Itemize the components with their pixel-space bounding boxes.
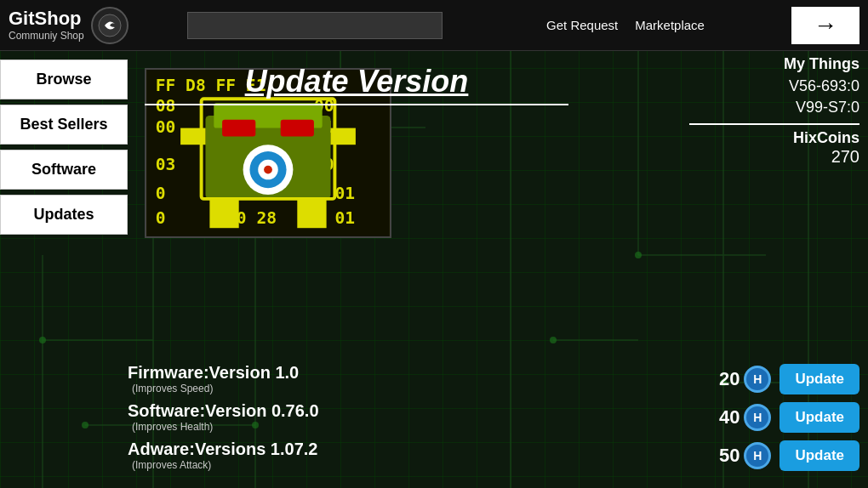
thing-v56: V56-693:0 xyxy=(689,77,859,95)
logo-text: GitShop Communiy Shop xyxy=(9,9,84,41)
search-area xyxy=(187,12,443,39)
best-sellers-label: Best Sellers xyxy=(20,116,107,133)
right-panel: My Things V56-693:0 V99-S7:0 HixCoins 27… xyxy=(689,55,859,167)
sidebar-item-browse[interactable]: Browse xyxy=(0,60,128,99)
sidebar: Browse Best Sellers Software Updates xyxy=(0,51,128,488)
updates-label: Updates xyxy=(33,206,94,223)
bird-icon xyxy=(98,14,122,37)
software-label: Software xyxy=(31,161,96,178)
logo-icon xyxy=(91,7,128,44)
arrow-icon: → xyxy=(814,12,837,39)
hixcoins-value: 270 xyxy=(689,147,859,167)
sidebar-item-best-sellers[interactable]: Best Sellers xyxy=(0,105,128,145)
sidebar-item-updates[interactable]: Updates xyxy=(0,195,128,235)
get-request-link[interactable]: Get Request xyxy=(546,18,618,32)
hixcoins-section: HixCoins 270 xyxy=(689,123,859,167)
app-title: GitShop xyxy=(9,9,84,29)
thing-v99: V99-S7:0 xyxy=(689,99,859,116)
browse-label: Browse xyxy=(36,71,91,88)
marketplace-link[interactable]: Marketplace xyxy=(635,18,705,32)
search-input[interactable] xyxy=(187,12,443,39)
forward-button[interactable]: → xyxy=(791,7,859,44)
header: GitShop Communiy Shop Get Request Market… xyxy=(0,0,868,51)
app-subtitle: Communiy Shop xyxy=(9,30,84,42)
page-title: Update Version xyxy=(145,64,568,105)
header-nav: Get Request Marketplace xyxy=(460,18,791,32)
my-things-title: My Things xyxy=(689,55,859,73)
logo-area: GitShop Communiy Shop xyxy=(0,7,170,44)
sidebar-item-software[interactable]: Software xyxy=(0,150,128,190)
hixcoins-label: HixCoins xyxy=(689,129,859,147)
